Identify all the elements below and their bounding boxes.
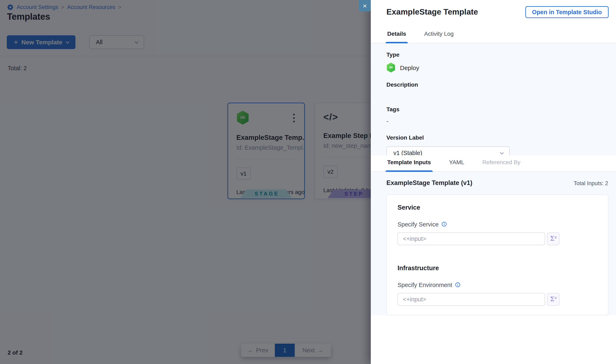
sigma-icon: Σx xyxy=(550,233,556,244)
close-icon: × xyxy=(363,2,367,10)
specify-environment-row: Specify Environment xyxy=(397,282,597,288)
type-value-row: ∞ Deploy xyxy=(386,63,600,73)
description-label: Description xyxy=(386,81,600,88)
drawer-title: ExampleStage Template xyxy=(386,7,478,16)
deploy-hexagon-icon: ∞ xyxy=(386,63,396,73)
inner-tabs: Template Inputs YAML Referenced By xyxy=(371,156,616,172)
inputs-card: Service Specify Service xyxy=(386,195,608,315)
tab-yaml[interactable]: YAML xyxy=(449,156,464,171)
specify-service-label: Specify Service xyxy=(397,221,439,228)
screen: Account Settings > Account Resources > T… xyxy=(0,0,616,364)
tags-value: - xyxy=(386,118,600,125)
environment-input[interactable] xyxy=(397,293,545,306)
specify-environment-label: Specify Environment xyxy=(397,282,452,288)
description-value xyxy=(386,88,600,106)
svg-text:∞: ∞ xyxy=(389,64,393,70)
specify-service-row: Specify Service xyxy=(397,221,597,228)
version-label: Version Label xyxy=(386,134,600,141)
tab-activity-log[interactable]: Activity Log xyxy=(424,27,454,43)
tab-referenced-by[interactable]: Referenced By xyxy=(482,156,520,171)
type-value: Deploy xyxy=(400,65,419,71)
details-pane: Type ∞ Deploy Description Tags - Version… xyxy=(371,43,616,156)
drawer-tabs: Details Activity Log xyxy=(371,27,616,43)
open-in-template-studio-button[interactable]: Open in Template Studio xyxy=(525,6,609,18)
inputs-title: ExampleStage Template (v1) xyxy=(386,179,472,187)
chevron-down-icon xyxy=(500,151,504,154)
inputs-total: Total Inputs: 2 xyxy=(574,180,608,187)
tab-details[interactable]: Details xyxy=(387,27,406,43)
infrastructure-section-heading: Infrastructure xyxy=(397,264,597,272)
template-inputs-pane: ExampleStage Template (v1) Total Inputs:… xyxy=(371,172,616,315)
close-drawer-button[interactable]: × xyxy=(359,0,371,12)
service-input[interactable] xyxy=(397,232,545,245)
tab-template-inputs[interactable]: Template Inputs xyxy=(387,156,431,171)
service-input-group: Σx xyxy=(397,232,597,245)
inputs-header: ExampleStage Template (v1) Total Inputs:… xyxy=(386,179,608,187)
template-details-drawer: ExampleStage Template Open in Template S… xyxy=(371,0,616,364)
sigma-icon: Σx xyxy=(550,293,556,305)
tags-label: Tags xyxy=(386,106,600,113)
type-label: Type xyxy=(386,52,600,58)
drawer-body: Type ∞ Deploy Description Tags - Version… xyxy=(371,43,616,315)
expression-toggle-button[interactable]: Σx xyxy=(547,232,560,245)
drawer-header: ExampleStage Template Open in Template S… xyxy=(371,0,616,27)
environment-input-group: Σx xyxy=(397,293,597,306)
service-section-heading: Service xyxy=(397,204,597,211)
info-icon[interactable] xyxy=(441,221,447,228)
expression-toggle-button[interactable]: Σx xyxy=(547,293,560,306)
info-icon[interactable] xyxy=(455,282,460,288)
